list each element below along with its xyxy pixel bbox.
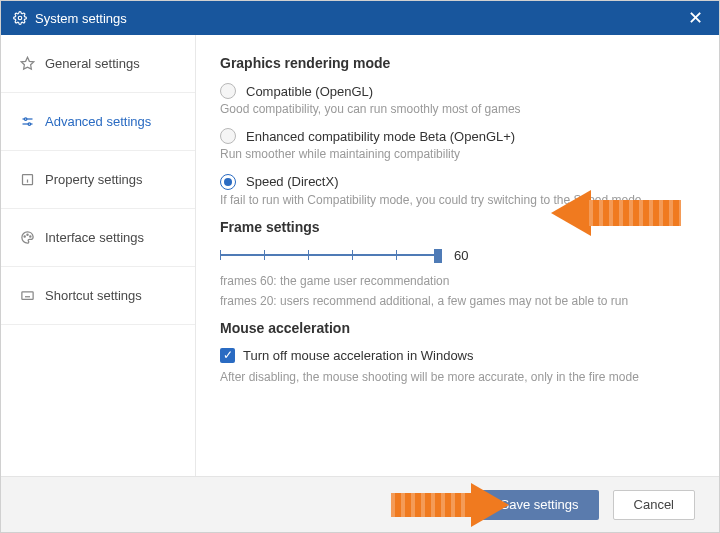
checkbox-icon: ✓ — [220, 348, 235, 363]
svg-point-11 — [29, 236, 30, 237]
sidebar-item-interface[interactable]: Interface settings — [1, 209, 195, 267]
keyboard-icon — [19, 288, 35, 304]
sidebar-item-label: Shortcut settings — [45, 288, 142, 303]
frames-desc-60: frames 60: the game user recommendation — [220, 273, 695, 290]
content-panel: Graphics rendering mode Compatible (Open… — [196, 35, 719, 476]
radio-enhanced[interactable]: Enhanced compatibility mode Beta (OpenGL… — [220, 128, 695, 144]
radio-speed-desc: If fail to run with Compatibility mode, … — [220, 192, 695, 209]
checkbox-label: Turn off mouse acceleration in Windows — [243, 348, 474, 363]
section-graphics-title: Graphics rendering mode — [220, 55, 695, 71]
sidebar-item-label: Interface settings — [45, 230, 144, 245]
radio-speed[interactable]: Speed (DirectX) — [220, 174, 695, 190]
sidebar-item-label: Advanced settings — [45, 114, 151, 129]
save-button[interactable]: Save settings — [480, 490, 598, 520]
frames-desc-20: frames 20: users recommend additional, a… — [220, 293, 695, 310]
radio-compatible-desc: Good compatibility, you can run smoothly… — [220, 101, 695, 118]
cancel-button[interactable]: Cancel — [613, 490, 695, 520]
sidebar-item-advanced[interactable]: Advanced settings — [1, 93, 195, 151]
mouse-accel-checkbox-row[interactable]: ✓ Turn off mouse acceleration in Windows — [220, 348, 695, 363]
sidebar-item-general[interactable]: General settings — [1, 35, 195, 93]
sidebar-item-property[interactable]: Property settings — [1, 151, 195, 209]
window-body: General settings Advanced settings Prope… — [1, 35, 719, 476]
sliders-icon — [19, 114, 35, 130]
sidebar: General settings Advanced settings Prope… — [1, 35, 196, 476]
sidebar-item-label: General settings — [45, 56, 140, 71]
slider-thumb[interactable] — [434, 249, 442, 263]
sidebar-item-shortcut[interactable]: Shortcut settings — [1, 267, 195, 325]
gear-icon — [13, 11, 27, 25]
palette-icon — [19, 230, 35, 246]
svg-point-4 — [24, 118, 27, 121]
radio-label: Speed (DirectX) — [246, 174, 338, 189]
radio-label: Enhanced compatibility mode Beta (OpenGL… — [246, 129, 515, 144]
mouse-desc: After disabling, the mouse shooting will… — [220, 369, 695, 386]
radio-icon — [220, 174, 236, 190]
info-icon — [19, 172, 35, 188]
svg-rect-12 — [21, 292, 32, 300]
svg-marker-1 — [21, 57, 34, 69]
sidebar-item-label: Property settings — [45, 172, 143, 187]
svg-point-5 — [28, 123, 31, 126]
section-mouse-title: Mouse acceleration — [220, 320, 695, 336]
radio-icon — [220, 83, 236, 99]
radio-icon — [220, 128, 236, 144]
footer: Save settings Cancel — [1, 476, 719, 532]
svg-point-9 — [24, 236, 25, 237]
titlebar: System settings ✕ — [1, 1, 719, 35]
svg-point-0 — [18, 16, 22, 20]
radio-compatible[interactable]: Compatible (OpenGL) — [220, 83, 695, 99]
frame-slider[interactable] — [220, 247, 440, 263]
radio-enhanced-desc: Run smoother while maintaining compatibi… — [220, 146, 695, 163]
radio-label: Compatible (OpenGL) — [246, 84, 373, 99]
settings-window: System settings ✕ General settings Advan… — [0, 0, 720, 533]
close-icon[interactable]: ✕ — [684, 7, 707, 29]
svg-point-10 — [26, 234, 27, 235]
section-frames-title: Frame settings — [220, 219, 695, 235]
frame-value: 60 — [454, 248, 468, 263]
star-icon — [19, 56, 35, 72]
window-title: System settings — [35, 11, 127, 26]
frame-slider-row: 60 — [220, 247, 695, 263]
